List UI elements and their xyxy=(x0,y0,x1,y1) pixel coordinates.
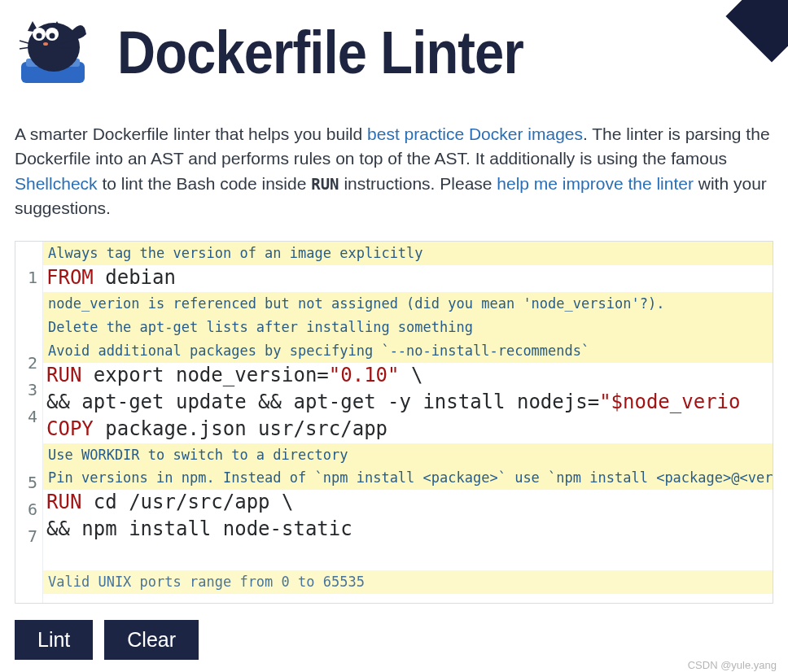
lint-button[interactable]: Lint xyxy=(15,620,93,660)
line-number: 6 xyxy=(15,495,37,521)
lint-warning: node_verion is referenced but not assign… xyxy=(43,292,773,316)
lint-warning: Use WORKDIR to switch to a directory xyxy=(43,443,773,467)
page-title: Dockerfile Linter xyxy=(117,18,523,87)
line-number: 5 xyxy=(15,468,37,495)
svg-point-8 xyxy=(50,33,55,39)
intro-text: A smarter Dockerfile linter that helps y… xyxy=(15,124,367,143)
code-line: COPY package.json usr/src/app xyxy=(43,417,773,443)
lint-warning: Pin versions in npm. Instead of `npm ins… xyxy=(43,466,773,490)
intro-paragraph: A smarter Dockerfile linter that helps y… xyxy=(15,122,773,221)
clear-button[interactable]: Clear xyxy=(104,620,199,660)
run-code: RUN xyxy=(311,175,339,193)
code-line xyxy=(43,543,773,570)
code-line: && apt-get update && apt-get -y install … xyxy=(43,390,773,417)
svg-point-9 xyxy=(43,42,48,46)
line-number: 2 xyxy=(15,348,37,375)
header: Dockerfile Linter xyxy=(15,0,773,94)
code-area[interactable]: Always tag the version of an image expli… xyxy=(43,242,773,603)
button-bar: Lint Clear xyxy=(15,620,773,660)
lint-warning: Avoid additional packages by specifying … xyxy=(43,339,773,363)
watermark: CSDN @yule.yang xyxy=(688,659,777,671)
code-line: RUN export node_version="0.10" \ xyxy=(43,363,773,390)
lint-warning: Valid UNIX ports range from 0 to 65535 xyxy=(43,570,773,594)
svg-point-7 xyxy=(37,33,42,39)
code-line: && npm install node-static xyxy=(43,517,773,543)
line-number: 4 xyxy=(15,402,37,429)
lint-warning: Delete the apt-get lists after installin… xyxy=(43,316,773,339)
best-practice-link[interactable]: best practice Docker images xyxy=(367,124,583,143)
shellcheck-link[interactable]: Shellcheck xyxy=(15,174,98,193)
line-number: 7 xyxy=(15,521,37,548)
line-gutter: 1 2 3 4 5 6 7 xyxy=(15,242,43,603)
dockerfile-editor[interactable]: 1 2 3 4 5 6 7 Always tag the version of … xyxy=(15,241,773,604)
intro-text: to lint the Bash code inside xyxy=(98,174,312,193)
code-line: FROM debian xyxy=(43,265,773,292)
intro-text: instructions. Please xyxy=(339,174,497,193)
logo-icon xyxy=(15,10,96,94)
code-line: RUN cd /usr/src/app \ xyxy=(43,490,773,517)
help-improve-link[interactable]: help me improve the linter xyxy=(497,174,694,193)
line-number: 3 xyxy=(15,375,37,402)
lint-warning: Always tag the version of an image expli… xyxy=(43,242,773,265)
line-number: 1 xyxy=(15,263,37,290)
